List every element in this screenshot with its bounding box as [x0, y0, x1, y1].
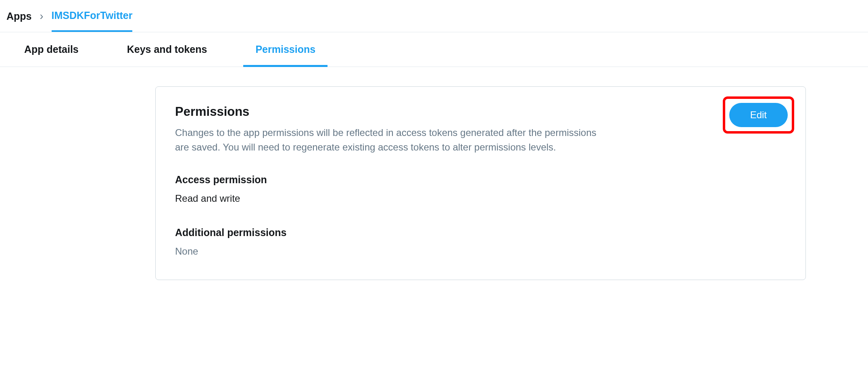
edit-button[interactable]: Edit: [729, 103, 788, 127]
card-description: Changes to the app permissions will be r…: [175, 125, 603, 155]
breadcrumb-root[interactable]: Apps: [6, 10, 32, 22]
edit-button-highlight: Edit: [723, 96, 794, 134]
chevron-right-icon: ›: [40, 10, 44, 23]
content-area: Permissions Changes to the app permissio…: [0, 67, 868, 299]
tab-permissions[interactable]: Permissions: [255, 32, 315, 67]
additional-permissions-title: Additional permissions: [175, 227, 786, 238]
tab-app-details[interactable]: App details: [24, 32, 79, 67]
breadcrumb: Apps › IMSDKForTwitter: [0, 0, 868, 32]
access-permission-title: Access permission: [175, 174, 786, 186]
tab-keys-and-tokens[interactable]: Keys and tokens: [127, 32, 207, 67]
access-permission-value: Read and write: [175, 193, 786, 204]
permissions-card: Permissions Changes to the app permissio…: [155, 86, 806, 280]
breadcrumb-current[interactable]: IMSDKForTwitter: [52, 10, 133, 32]
card-title: Permissions: [175, 105, 603, 119]
tabs: App details Keys and tokens Permissions: [0, 32, 868, 67]
additional-permissions-value: None: [175, 246, 786, 257]
